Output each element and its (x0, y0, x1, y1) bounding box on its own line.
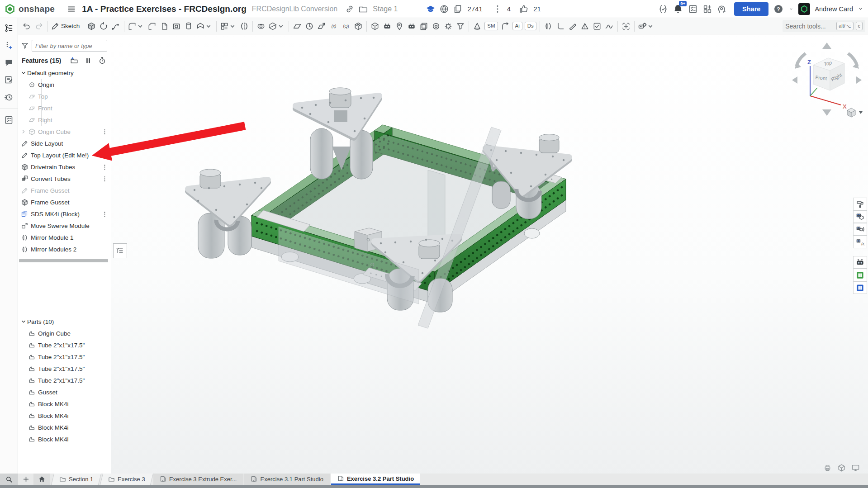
feature-row-default-geometry[interactable]: Default geometry (18, 67, 111, 79)
context-menu-icon[interactable] (101, 175, 108, 183)
new-folder-icon[interactable] (70, 57, 78, 65)
routing-button[interactable] (603, 20, 615, 33)
gear-tool-button[interactable] (442, 20, 454, 33)
blue-docs-button[interactable] (853, 281, 867, 294)
variable-button[interactable]: (x) (328, 20, 340, 33)
measure-button[interactable]: (Q) (340, 20, 352, 33)
draft-button[interactable] (158, 20, 170, 33)
undo-button[interactable] (21, 20, 33, 33)
feature-row-origin[interactable]: Origin (18, 79, 111, 90)
ds-tool-button[interactable]: Ds (524, 20, 537, 33)
user-name[interactable]: Andrew Card (815, 5, 853, 13)
feature-row-top-layout[interactable]: Top Layout (Edit Me!) (18, 149, 111, 161)
part-row-block-2[interactable]: Block MK4i (18, 410, 111, 422)
context-menu-icon[interactable] (101, 128, 108, 136)
tab-exercise-3[interactable]: Exercise 3 (100, 474, 153, 485)
feature-row-move-swerve-module[interactable]: Move Swerve Module (18, 220, 111, 232)
learning-center-icon[interactable] (426, 4, 436, 14)
tasks-icon[interactable] (688, 4, 698, 14)
feature-row-top-plane[interactable]: Top (18, 90, 111, 102)
view-cube[interactable]: Top Front Right Z X (788, 37, 865, 121)
versions-icon[interactable] (493, 4, 503, 14)
ai-assistant-icon[interactable] (717, 4, 727, 14)
derived-button[interactable] (418, 20, 430, 33)
filter-icon[interactable] (21, 42, 29, 50)
link-icon[interactable] (345, 4, 355, 14)
insert-part-button[interactable] (369, 20, 381, 33)
help-icon[interactable]: ? (773, 4, 784, 14)
pin-button[interactable] (394, 20, 405, 33)
mirror-button[interactable] (238, 20, 250, 33)
filter-tool-button[interactable] (455, 20, 466, 33)
plane-button[interactable] (291, 20, 303, 33)
feature-row-front-plane[interactable]: Front (18, 102, 111, 114)
comments-panel-button[interactable] (3, 56, 15, 69)
ring-button[interactable] (430, 20, 442, 33)
tab-exercise-3-2[interactable]: Exercise 3.2 Part Studio (331, 474, 420, 485)
folder-icon[interactable] (358, 4, 368, 14)
likes-icon[interactable] (519, 4, 529, 14)
mirror-part-button[interactable] (542, 20, 554, 33)
boolean-button[interactable] (255, 20, 267, 33)
shell-button[interactable] (171, 20, 182, 33)
graphics-viewport[interactable]: Top Front Right Z X (x) (111, 34, 868, 474)
avatar[interactable] (798, 3, 810, 15)
wedge-button[interactable] (567, 20, 579, 33)
feature-list-panel-button[interactable] (3, 22, 15, 34)
feature-script-check-icon[interactable] (658, 4, 668, 14)
part-row-tube-1[interactable]: Tube 2"x1"x17.5" (18, 339, 111, 351)
onshape-logo[interactable]: onshape (0, 4, 59, 14)
help-caret-icon[interactable] (788, 6, 794, 12)
feature-row-mirror-modules-2[interactable]: Mirror Modules 2 (18, 243, 111, 255)
apps-icon[interactable] (702, 4, 712, 14)
suppress-icon[interactable] (84, 57, 92, 65)
notes-panel-button[interactable] (3, 73, 15, 86)
isometric-view-icon[interactable] (837, 464, 846, 472)
robot-feature-button[interactable] (637, 20, 656, 33)
redo-button[interactable] (33, 20, 45, 33)
feature-row-right-plane[interactable]: Right (18, 114, 111, 126)
parts-header-row[interactable]: Parts (10) (18, 316, 111, 327)
checklist-panel-button[interactable] (3, 114, 15, 126)
chevron-down-icon[interactable] (20, 69, 27, 76)
split-button[interactable] (267, 20, 286, 33)
ai-tool-button[interactable]: Ai (512, 20, 523, 33)
part-row-tube-3[interactable]: Tube 2"x1"x17.5" (18, 363, 111, 374)
config-variables-button[interactable]: (x) (853, 236, 867, 248)
share-button[interactable]: Share (734, 2, 768, 16)
search-tools-input[interactable] (785, 23, 834, 30)
view-options-button[interactable] (847, 108, 863, 117)
hole-button[interactable] (183, 20, 194, 33)
green-docs-button[interactable] (853, 269, 867, 281)
part-row-block-3[interactable]: Block MK4i (18, 422, 111, 433)
context-menu-icon[interactable] (101, 163, 108, 171)
part-row-block-4[interactable]: Block MK4i (18, 433, 111, 445)
extrude-button[interactable] (85, 20, 97, 33)
part-row-origin-cube[interactable]: Origin Cube (18, 327, 111, 339)
part-row-block-1[interactable]: Block MK4i (18, 398, 111, 410)
lathe-button[interactable] (471, 20, 483, 33)
tab-section-1[interactable]: Section 1 (51, 474, 101, 485)
sketch-button[interactable]: Sketch (50, 20, 81, 33)
part-row-tube-4[interactable]: Tube 2"x1"x17.5" (18, 374, 111, 386)
public-globe-icon[interactable] (439, 4, 449, 14)
main-menu-icon[interactable] (66, 3, 77, 15)
print-icon[interactable] (823, 464, 832, 472)
chevron-down-icon[interactable] (20, 318, 27, 325)
history-panel-button[interactable] (3, 90, 15, 103)
tab-exercise-3-1[interactable]: Exercise 3.1 Part Studio (244, 474, 330, 485)
feature-row-mirror-module-1[interactable]: Mirror Module 1 (18, 232, 111, 243)
corner-button[interactable] (579, 20, 591, 33)
thicken-button[interactable] (195, 20, 214, 33)
sweep-button[interactable] (110, 20, 122, 33)
part-row-gusset[interactable]: Gusset (18, 386, 111, 398)
feature-row-convert-tubes[interactable]: Convert Tubes (18, 173, 111, 185)
helix-button[interactable] (304, 20, 315, 33)
featurescript-bot-button[interactable] (381, 20, 393, 33)
feature-row-frame-gusset-sketch[interactable]: Frame Gusset (18, 185, 111, 196)
feature-row-frame-gusset[interactable]: Frame Gusset (18, 196, 111, 208)
notifications-bell[interactable]: 9+ (673, 4, 683, 14)
part-row-tube-2[interactable]: Tube 2"x1"x17.5" (18, 351, 111, 363)
revolve-button[interactable] (98, 20, 109, 33)
tab-exercise-3-extrude[interactable]: Exercise 3 Extrude Exer... (153, 474, 244, 485)
